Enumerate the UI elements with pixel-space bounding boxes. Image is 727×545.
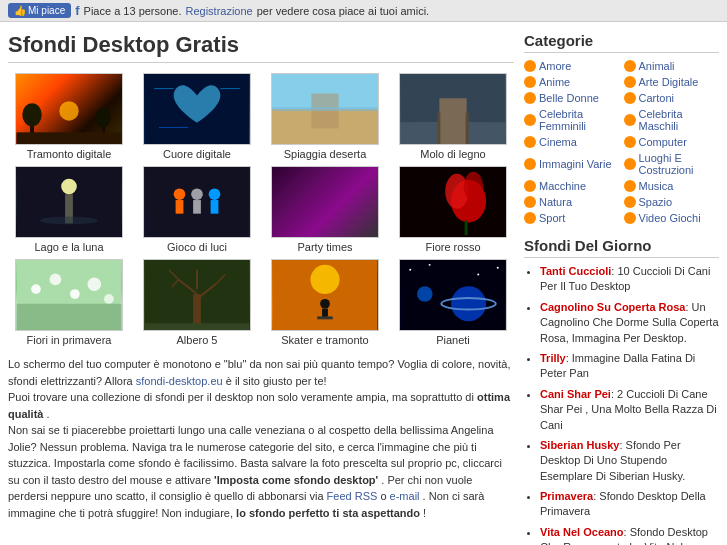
- category-link[interactable]: Luoghi E Costruzioni: [639, 152, 720, 176]
- daily-list-item: Trilly: Immagine Dalla Fatina Di Peter P…: [540, 351, 719, 382]
- email-link[interactable]: e-mail: [390, 490, 420, 502]
- daily-item-link[interactable]: Tanti Cuccioli: [540, 265, 611, 277]
- thumbnail-label: Spiaggia deserta: [284, 148, 367, 160]
- category-link[interactable]: Belle Donne: [539, 92, 599, 104]
- thumbnail-item[interactable]: Molo di legno: [392, 73, 514, 160]
- category-item[interactable]: Sport: [524, 211, 620, 225]
- daily-item-link[interactable]: Siberian Husky: [540, 439, 619, 451]
- thumbnail-item[interactable]: Pianeti: [392, 259, 514, 346]
- category-link[interactable]: Cartoni: [639, 92, 674, 104]
- thumbnail-image: [15, 73, 123, 145]
- category-item[interactable]: Arte Digitale: [624, 75, 720, 89]
- category-link[interactable]: Macchine: [539, 180, 586, 192]
- thumbnails-grid: Tramonto digitale Cuore digitale Spiaggi…: [8, 73, 514, 346]
- svg-point-53: [310, 265, 339, 294]
- category-icon: [624, 76, 636, 88]
- category-item[interactable]: Immagini Varie: [524, 151, 620, 177]
- svg-point-61: [497, 267, 499, 269]
- category-link[interactable]: Natura: [539, 196, 572, 208]
- thumbnail-item[interactable]: Albero 5: [136, 259, 258, 346]
- category-item[interactable]: Musica: [624, 179, 720, 193]
- svg-rect-51: [145, 323, 250, 330]
- thumbnail-item[interactable]: Skater e tramonto: [264, 259, 386, 346]
- thumbnail-image: [143, 259, 251, 331]
- category-item[interactable]: Belle Donne: [524, 91, 620, 105]
- thumbnail-item[interactable]: Fiori in primavera: [8, 259, 130, 346]
- thumbnail-image: [271, 259, 379, 331]
- thumbnail-image: [399, 166, 507, 238]
- category-item[interactable]: Computer: [624, 135, 720, 149]
- thumbnail-item[interactable]: Spiaggia deserta: [264, 73, 386, 160]
- daily-item-link[interactable]: Vita Nel Oceano: [540, 526, 624, 538]
- desc-p3-bold2: lo sfondo perfetto ti sta aspettando: [236, 507, 420, 519]
- sidebar: Categorie AmoreAnimaliAnimeArte Digitale…: [524, 32, 719, 545]
- category-icon: [524, 76, 536, 88]
- main-container: Sfondi Desktop Gratis Tramonto digitale …: [0, 22, 727, 545]
- svg-rect-37: [17, 304, 122, 330]
- daily-list-item: Vita Nel Oceano: Sfondo Desktop Che Rapp…: [540, 525, 719, 545]
- daily-list-item: Primavera: Sfondo Desktop Della Primaver…: [540, 489, 719, 520]
- category-link[interactable]: Video Giochi: [639, 212, 701, 224]
- category-icon: [624, 196, 636, 208]
- desc-or: o: [380, 490, 389, 502]
- daily-item-link[interactable]: Cani Shar Pei: [540, 388, 611, 400]
- thumbnail-item[interactable]: Lago e la luna: [8, 166, 130, 253]
- category-link[interactable]: Amore: [539, 60, 571, 72]
- thumbnail-item[interactable]: Fiore rosso: [392, 166, 514, 253]
- thumbnail-label: Cuore digitale: [163, 148, 231, 160]
- daily-item-link[interactable]: Trilly: [540, 352, 566, 364]
- category-item[interactable]: Cinema: [524, 135, 620, 149]
- thumbnail-label: Albero 5: [177, 334, 218, 346]
- svg-point-63: [441, 298, 495, 310]
- category-link[interactable]: Sport: [539, 212, 565, 224]
- category-item[interactable]: Macchine: [524, 179, 620, 193]
- site-link[interactable]: sfondi-desktop.eu: [136, 375, 223, 387]
- category-item[interactable]: Amore: [524, 59, 620, 73]
- category-link[interactable]: Celebrita Maschili: [639, 108, 720, 132]
- thumbnail-item[interactable]: Gioco di luci: [136, 166, 258, 253]
- thumbnail-item[interactable]: Party times: [264, 166, 386, 253]
- category-item[interactable]: Spazio: [624, 195, 720, 209]
- thumbnail-item[interactable]: Tramonto digitale: [8, 73, 130, 160]
- category-link[interactable]: Computer: [639, 136, 687, 148]
- category-link[interactable]: Anime: [539, 76, 570, 88]
- thumbnail-image: [143, 73, 251, 145]
- category-item[interactable]: Animali: [624, 59, 720, 73]
- category-icon: [524, 158, 536, 170]
- like-button[interactable]: 👍 Mi piace: [8, 3, 71, 18]
- category-item[interactable]: Video Giochi: [624, 211, 720, 225]
- thumbnail-image: [399, 73, 507, 145]
- daily-item-link[interactable]: Primavera: [540, 490, 593, 502]
- category-link[interactable]: Cinema: [539, 136, 577, 148]
- rss-link[interactable]: Feed RSS: [327, 490, 378, 502]
- category-item[interactable]: Anime: [524, 75, 620, 89]
- thumbs-up-icon: 👍: [14, 5, 26, 16]
- desc-p2-before: Puoi trovare una collezione di sfondi pe…: [8, 391, 474, 403]
- category-icon: [624, 60, 636, 72]
- category-link[interactable]: Spazio: [639, 196, 673, 208]
- desc-p3-final: !: [423, 507, 426, 519]
- category-item[interactable]: Luoghi E Costruzioni: [624, 151, 720, 177]
- category-item[interactable]: Celebrita Femminili: [524, 107, 620, 133]
- daily-item-link[interactable]: Cagnolino Su Coperta Rosa: [540, 301, 685, 313]
- svg-point-5: [95, 108, 111, 127]
- thumbnail-item[interactable]: Cuore digitale: [136, 73, 258, 160]
- category-link[interactable]: Celebrita Femminili: [539, 108, 620, 132]
- category-icon: [524, 180, 536, 192]
- thumbnail-label: Fiore rosso: [425, 241, 480, 253]
- category-link[interactable]: Animali: [639, 60, 675, 72]
- category-link[interactable]: Musica: [639, 180, 674, 192]
- category-item[interactable]: Celebrita Maschili: [624, 107, 720, 133]
- category-item[interactable]: Cartoni: [624, 91, 720, 105]
- category-icon: [624, 180, 636, 192]
- desc-p2-after: .: [47, 408, 50, 420]
- category-item[interactable]: Natura: [524, 195, 620, 209]
- daily-list-item: Cani Shar Pei: 2 Cuccioli Di Cane Shar P…: [540, 387, 719, 433]
- register-link[interactable]: Registrazione: [185, 5, 252, 17]
- facebook-icon: f: [75, 3, 79, 18]
- svg-rect-6: [17, 132, 122, 144]
- category-link[interactable]: Immagini Varie: [539, 158, 612, 170]
- svg-rect-19: [466, 113, 469, 144]
- category-link[interactable]: Arte Digitale: [639, 76, 699, 88]
- svg-rect-14: [273, 107, 378, 111]
